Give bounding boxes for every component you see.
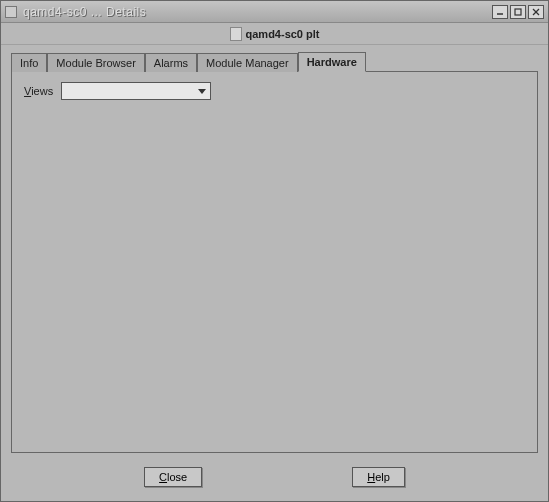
tab-alarms[interactable]: Alarms [145,53,197,72]
tab-module-browser[interactable]: Module Browser [47,53,144,72]
views-label: Views [24,85,53,97]
tab-hardware[interactable]: Hardware [298,52,366,72]
close-icon [531,7,541,17]
views-dropdown[interactable] [61,82,211,100]
titlebar[interactable]: qamd4-sc0 ... Details [1,1,548,23]
button-row: Close Help [1,461,548,501]
window: qamd4-sc0 ... Details qamd4-sc0 plt Info… [0,0,549,502]
maximize-icon [513,7,523,17]
maximize-button[interactable] [510,5,526,19]
window-controls [492,5,544,19]
tab-info[interactable]: Info [11,53,47,72]
svg-rect-1 [515,9,521,15]
close-window-button[interactable] [528,5,544,19]
tab-content-hardware: Views [11,71,538,453]
minimize-icon [495,7,505,17]
minimize-button[interactable] [492,5,508,19]
window-title: qamd4-sc0 ... Details [23,5,492,19]
tabs: Info Module Browser Alarms Module Manage… [1,45,548,71]
help-button[interactable]: Help [352,467,405,487]
hardware-content-area [24,100,525,442]
header: qamd4-sc0 plt [1,23,548,45]
header-title: qamd4-sc0 plt [246,28,320,40]
chevron-down-icon [198,89,206,94]
views-row: Views [24,82,525,100]
tab-module-manager[interactable]: Module Manager [197,53,298,72]
app-icon [5,6,17,18]
close-button[interactable]: Close [144,467,202,487]
node-icon [230,27,242,41]
